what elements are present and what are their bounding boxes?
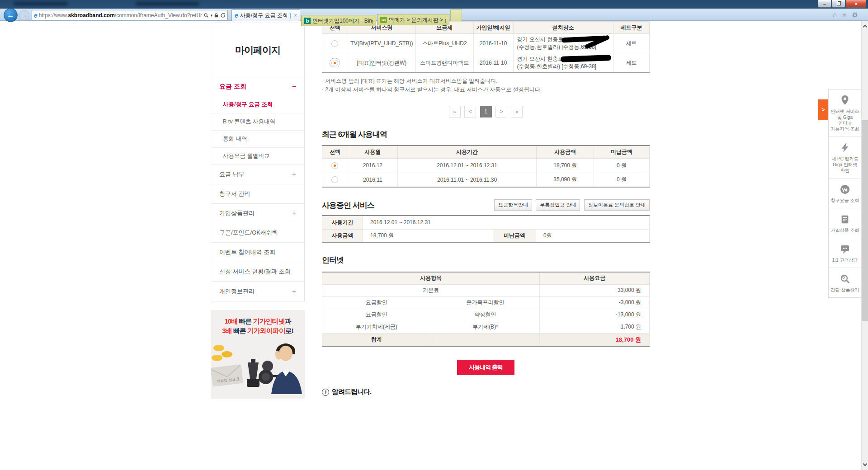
lightning-icon: [840, 142, 850, 153]
collapse-minus-icon[interactable]: −: [292, 83, 296, 91]
refresh-icon[interactable]: [220, 13, 226, 18]
product-list-icon: [840, 214, 850, 225]
current-service-heading: 사용중인 서비스: [322, 200, 374, 211]
tab-close-icon[interactable]: ×: [294, 12, 297, 19]
sidebar-item-personal-info[interactable]: 개인정보관리 +: [211, 282, 304, 301]
minimize-button[interactable]: –: [818, 0, 831, 8]
giga-internet-ad-banner[interactable]: 10배 빠른 기가인터넷과 3배 빠른 기가와이파이로! 백화점 상품권: [211, 310, 305, 399]
page-next-button[interactable]: >: [495, 106, 507, 118]
table-row: [대표]인터넷(광랜W) 스마트광랜다이렉트 2016-11-10 경기 오산시…: [322, 53, 650, 73]
restore-button[interactable]: [832, 0, 845, 8]
bing-icon: b: [304, 18, 311, 24]
table-header-row: 사용항목 사용요금: [322, 272, 650, 284]
sidebar-item-fee-payment[interactable]: 요금 납부 +: [211, 165, 304, 184]
page-prev-button[interactable]: <: [464, 106, 476, 118]
tab-100mega-board[interactable]: 100 백메가 > 문의게시판 > 글쓰기: [377, 14, 449, 25]
table-footnotes: · 서비스명 앞의 [대표] 표기는 해당 서비스가 대표서비스임을 알려줍니다…: [322, 77, 650, 94]
scrollbar-thumb[interactable]: [862, 120, 868, 321]
service-radio-tv[interactable]: [331, 40, 338, 47]
100mega-icon: 100: [380, 17, 387, 23]
back-arrow-icon: ←: [7, 11, 14, 20]
browser-action-icons: ⌂ ★ ⚙: [833, 11, 858, 19]
ad-headline-line2: 3배 빠른 기가와이파이로!: [211, 326, 305, 335]
tab-bing-search[interactable]: b 인터넷가입100메가 - Bing: [301, 15, 376, 26]
page-current[interactable]: 1: [480, 106, 492, 118]
sidebar-item-event-history[interactable]: 이벤트 참여내역 조회: [211, 243, 304, 262]
bank-deposit-info-button[interactable]: 무통장입금 안내: [536, 199, 580, 211]
service-selection-table: 선택 서비스명 요금제 가입일/해지일 설치장소 세트구분 TV(Btv(IPT…: [322, 21, 650, 73]
scroll-down-icon[interactable]: [863, 462, 868, 466]
month-radio-201612[interactable]: [331, 162, 338, 169]
ie-page-icon: e: [235, 12, 238, 19]
notice-heading: ! 알려드립니다.: [322, 388, 650, 396]
vertical-scrollbar[interactable]: [861, 21, 868, 470]
table-row: 2016.12 2016.12.01 ~ 2016.12.31 18,700 원…: [322, 158, 650, 173]
tab-usage-fee-inquiry[interactable]: e 사용/청구 요금 조회 | 요금... ×: [231, 9, 300, 21]
expand-plus-icon[interactable]: +: [292, 209, 296, 217]
service-radio-internet[interactable]: [331, 60, 338, 66]
search-icon[interactable]: [203, 13, 209, 18]
table-row: 기본료 33,000 원: [322, 284, 650, 296]
new-tab-button[interactable]: [450, 9, 462, 21]
expand-plus-icon[interactable]: +: [292, 287, 296, 296]
page-first-button[interactable]: «: [449, 106, 461, 118]
sidebar-item-bill-management[interactable]: 청구서 관리: [211, 184, 304, 204]
home-icon[interactable]: ⌂: [833, 11, 837, 19]
expand-plus-icon[interactable]: +: [292, 170, 296, 179]
internet-fee-table: 사용항목 사용요금 기본료 33,000 원 요금할인 온가족프리할인 -3,0…: [322, 272, 650, 347]
internet-heading: 인터넷: [322, 255, 650, 265]
sidebar-item-subscribed-products[interactable]: 가입상품관리 +: [211, 204, 304, 223]
favorites-star-icon[interactable]: ★: [841, 11, 847, 19]
total-row: 합계 18,700 원: [322, 333, 650, 347]
quickmenu-lan-card-check[interactable]: 내 PC 랜카드 Giga 인터넷 확인: [829, 137, 861, 179]
scroll-up-icon[interactable]: [863, 25, 868, 29]
settings-gear-icon[interactable]: ⚙: [852, 11, 858, 19]
sidebar-subitem-btv-content[interactable]: B tv 콘텐츠 사용내역: [211, 113, 304, 131]
restore-icon: [837, 2, 841, 5]
back-button[interactable]: ←: [4, 8, 18, 22]
table-row: 사용금액 18,700 원 미납금액 0원: [322, 229, 650, 243]
dropdown-caret-icon[interactable]: ▾: [210, 13, 212, 18]
forward-button[interactable]: →: [19, 10, 29, 20]
pagination: « < 1 > »: [322, 106, 650, 118]
address-bar[interactable]: e https://www.skbroadband.com/common/Ifr…: [32, 10, 228, 20]
sidebar-title: 마이페이지: [211, 23, 304, 77]
quickmenu-coverage-check[interactable]: 인터넷 서비스 및 Giga 인터넷 가능지역 조회: [829, 89, 861, 137]
location-pin-icon: [840, 95, 850, 106]
mypage-sidebar: 마이페이지 요금 조회 − 사용/청구 요금 조회 B tv 콘텐츠 사용내역 …: [211, 23, 305, 301]
table-header-row: 선택 사용월 사용기간 사용금액 미납금액: [322, 146, 650, 158]
fee-items-info-button[interactable]: 요금항목안내: [494, 199, 532, 211]
window-title-blur: [136, 2, 199, 6]
recent-usage-heading: 최근 6개월 사용내역: [322, 129, 650, 140]
url-text: https://www.skbroadband.com/common/Ifram…: [39, 12, 203, 19]
quick-menu: 인터넷 서비스 및 Giga 인터넷 가능지역 조회 내 PC 랜카드 Giga…: [828, 89, 862, 298]
sidebar-item-fee-inquiry[interactable]: 요금 조회 −: [211, 77, 304, 96]
sidebar-item-service-request-status[interactable]: 신청 서비스 현황/결과 조회: [211, 262, 304, 282]
quickmenu-product-inquiry[interactable]: 가입상품 조회: [829, 208, 861, 238]
quickmenu-product-finder[interactable]: 간단 상품찾기: [829, 268, 861, 297]
sidebar-subitem-call-history[interactable]: 통화 내역: [211, 131, 304, 148]
install-address: 경기 오산시 현충로 (수청동,한호빌라) [수청동,69-38]: [513, 53, 613, 73]
tab-bar: e 사용/청구 요금 조회 | 요금... × b 인터넷가입100메가 - B…: [231, 9, 462, 21]
total-amount: 18,700 원: [540, 333, 650, 347]
print-usage-button[interactable]: 사용내역 출력: [457, 360, 514, 375]
page-last-button[interactable]: »: [511, 106, 523, 118]
chat-bubble-icon: [840, 244, 850, 254]
info-buttons: 요금항목안내 무통장입금 안내 정보이용료 문의번호 안내: [492, 199, 650, 211]
sidebar-item-coupon-point[interactable]: 쿠폰/포인트/OK캐쉬백: [211, 223, 304, 243]
forward-arrow-icon: →: [21, 12, 27, 19]
quickmenu-collapse-tab[interactable]: >: [818, 99, 828, 120]
table-row: 2016.11 2016.11.01 ~ 2016.11.30 35,090 원…: [322, 173, 650, 187]
won-circle-icon: [840, 184, 850, 195]
table-row: 요금할인 약정할인 -13,000 원: [322, 309, 650, 321]
month-radio-201611[interactable]: [331, 176, 338, 183]
close-button[interactable]: ×: [846, 0, 866, 8]
magnifier-icon: [840, 273, 850, 284]
ad-model-illustration: 백화점 상품권: [211, 337, 304, 394]
quickmenu-bill-inquiry[interactable]: 청구요금 조회: [829, 179, 861, 208]
quickmenu-customer-chat[interactable]: 1:1 고객상담: [829, 238, 861, 268]
sidebar-subitem-monthly-compare[interactable]: 사용요금 월별비교: [211, 148, 304, 165]
page-viewport: 마이페이지 요금 조회 − 사용/청구 요금 조회 B tv 콘텐츠 사용내역 …: [0, 21, 868, 470]
info-fee-contact-button[interactable]: 정보이용료 문의번호 안내: [584, 199, 650, 211]
sidebar-subitem-usage-billing[interactable]: 사용/청구 요금 조회: [211, 96, 304, 113]
